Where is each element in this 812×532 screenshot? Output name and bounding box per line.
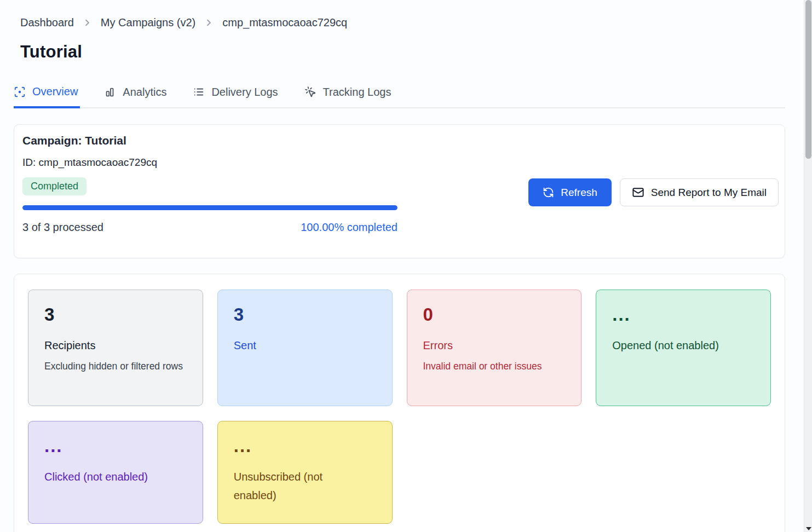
tab-analytics-label: Analytics xyxy=(123,86,166,99)
refresh-icon xyxy=(543,187,554,198)
processed-count: 3 of 3 processed xyxy=(22,221,103,234)
refresh-button[interactable]: Refresh xyxy=(528,178,612,206)
breadcrumb-campaign-id: cmp_mtasmocaoac729cq xyxy=(222,16,347,29)
stat-value: 0 xyxy=(423,304,566,325)
stat-value: ... xyxy=(234,436,376,456)
page-title: Tutorial xyxy=(20,42,785,62)
stat-card-errors: 0 Errors Invalid email or other issues xyxy=(407,290,582,406)
stat-label: Unsubscribed (not enabled) xyxy=(234,467,368,505)
pointer-click-icon xyxy=(304,86,316,98)
stat-label: Opened (not enabled) xyxy=(612,336,746,355)
tab-delivery-logs[interactable]: Delivery Logs xyxy=(193,79,280,108)
stats-card: 3 Recipients Excluding hidden or filtere… xyxy=(14,274,785,532)
campaign-actions: Refresh Send Report to My Email xyxy=(528,178,779,206)
page-container: Dashboard My Campaigns (v2) cmp_mtasmoca… xyxy=(14,0,785,532)
tab-tracking-logs[interactable]: Tracking Logs xyxy=(304,79,394,108)
chevron-right-icon xyxy=(82,18,93,28)
stat-value: 3 xyxy=(44,304,187,325)
breadcrumb: Dashboard My Campaigns (v2) cmp_mtasmoca… xyxy=(20,16,785,29)
stats-grid: 3 Recipients Excluding hidden or filtere… xyxy=(28,290,771,524)
tab-bar: Overview Analytics Delivery Logs xyxy=(14,79,785,108)
progress-bar-fill xyxy=(22,205,398,210)
chevron-right-icon xyxy=(204,18,214,28)
breadcrumb-dashboard[interactable]: Dashboard xyxy=(20,16,74,29)
send-report-button-label: Send Report to My Email xyxy=(651,187,767,199)
progress-bar xyxy=(22,205,398,210)
tab-delivery-logs-label: Delivery Logs xyxy=(211,86,278,99)
breadcrumb-my-campaigns[interactable]: My Campaigns (v2) xyxy=(101,16,195,29)
tab-analytics[interactable]: Analytics xyxy=(104,79,169,108)
campaign-id: ID: cmp_mtasmocaoac729cq xyxy=(22,157,776,169)
vertical-scrollbar[interactable] xyxy=(804,0,812,532)
stat-subtitle: Invalid email or other issues xyxy=(423,359,566,374)
stat-label: Recipients xyxy=(44,336,178,355)
mail-icon xyxy=(632,186,644,199)
stat-card-opened: ... Opened (not enabled) xyxy=(596,290,771,406)
stat-label: Sent xyxy=(234,336,368,355)
progress-labels: 3 of 3 processed 100.00% completed xyxy=(22,221,398,234)
scan-icon xyxy=(14,86,26,98)
stat-card-unsubscribed: ... Unsubscribed (not enabled) xyxy=(217,421,393,524)
send-report-button[interactable]: Send Report to My Email xyxy=(620,178,779,206)
bar-chart-icon xyxy=(104,86,116,98)
stat-subtitle: Excluding hidden or filtered rows xyxy=(44,359,187,374)
stat-value: 3 xyxy=(234,304,376,325)
stat-label: Errors xyxy=(423,336,557,355)
completed-percent: 100.00% completed xyxy=(301,221,398,234)
scrollbar-thumb[interactable] xyxy=(805,0,811,159)
stat-value: ... xyxy=(44,436,187,456)
stat-card-recipients: 3 Recipients Excluding hidden or filtere… xyxy=(28,290,203,406)
list-icon xyxy=(193,86,205,98)
stat-label: Clicked (not enabled) xyxy=(44,467,178,486)
campaign-summary-card: Campaign: Tutorial ID: cmp_mtasmocaoac72… xyxy=(14,124,785,258)
scrollbar-down-arrow-icon[interactable] xyxy=(806,527,811,530)
refresh-button-label: Refresh xyxy=(561,187,597,199)
tab-overview[interactable]: Overview xyxy=(14,79,80,108)
stat-value: ... xyxy=(612,304,755,325)
status-badge: Completed xyxy=(22,177,87,195)
campaign-title: Campaign: Tutorial xyxy=(22,134,776,147)
stat-card-clicked: ... Clicked (not enabled) xyxy=(28,421,203,524)
stat-card-sent: 3 Sent xyxy=(217,290,393,406)
tab-tracking-logs-label: Tracking Logs xyxy=(323,86,391,99)
tab-overview-label: Overview xyxy=(32,85,78,98)
